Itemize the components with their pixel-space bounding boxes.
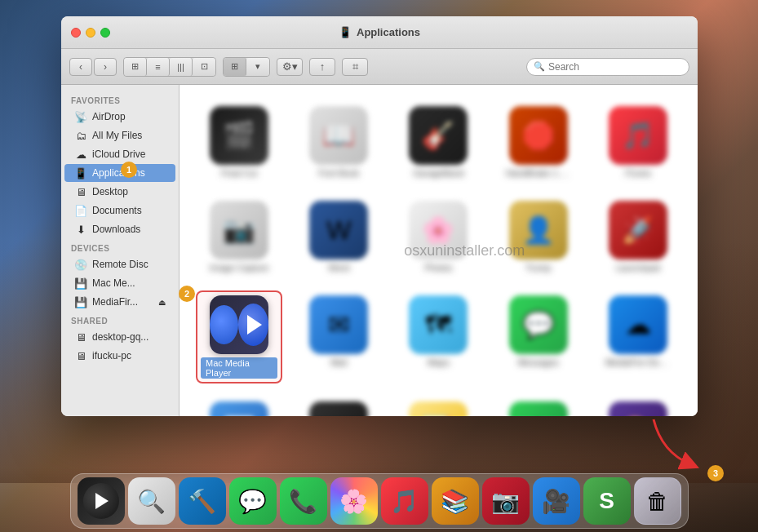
- forward-button[interactable]: ›: [94, 58, 117, 76]
- dock-item-image-capture[interactable]: 🔍: [128, 477, 175, 525]
- file-item-imagecapture[interactable]: 📷 Image Capture: [196, 196, 282, 277]
- file-item-itunes[interactable]: 🎵 iTunes: [595, 101, 681, 183]
- content-area: Favorites 📡 AirDrop 🗂 All My Files ☁ iCl…: [61, 85, 698, 416]
- dock-item-trash[interactable]: 🗑: [634, 477, 681, 525]
- finder-window: 📱 Applications ‹ › ⊞ ≡ ||| ⊡ ⊞ ▾ ⚙▾ ↑ ⌗: [61, 16, 698, 416]
- sidebar-item-icloud-drive[interactable]: ☁ iCloud Drive: [64, 145, 175, 163]
- view-group2: ⊞ ▾: [223, 57, 270, 77]
- file-name-maps: Maps: [428, 357, 450, 367]
- view-cover-button[interactable]: ⊡: [193, 58, 215, 76]
- file-item-finalcut[interactable]: 🎬 Final Cut: [196, 101, 282, 183]
- dock-item-photos[interactable]: 🌸: [330, 477, 378, 525]
- file-item-word[interactable]: W Word: [295, 196, 382, 277]
- step-1-badge: 1: [121, 162, 137, 178]
- file-item-maps[interactable]: 🗺 Maps: [395, 290, 481, 383]
- traffic-lights: [71, 28, 110, 38]
- view-icon-button[interactable]: ⊞: [124, 58, 147, 76]
- sidebar-item-airdrop-label: AirDrop: [92, 111, 126, 122]
- sidebar-item-documents[interactable]: 📄 Documents: [64, 202, 175, 219]
- dock-item-itunes[interactable]: 🎵: [381, 477, 428, 525]
- sidebar-item-desktop[interactable]: 🖥 Desktop: [64, 183, 175, 201]
- view-group-button[interactable]: ⊞: [224, 58, 246, 76]
- file-name-mail: Mail: [330, 357, 347, 367]
- file-item-pixelmator[interactable]: 🎨 Pixelmator: [595, 397, 681, 416]
- search-input[interactable]: [548, 61, 682, 73]
- sidebar: Favorites 📡 AirDrop 🗂 All My Files ☁ iCl…: [61, 85, 180, 416]
- step-2-badge: 2: [179, 286, 195, 302]
- desktop: 📱 Applications ‹ › ⊞ ≡ ||| ⊡ ⊞ ▾ ⚙▾ ↑ ⌗: [0, 0, 758, 532]
- dock-item-quicktime[interactable]: [78, 477, 125, 525]
- dock-item-xcode[interactable]: 🔨: [179, 477, 226, 525]
- title-bar: 📱 Applications: [61, 16, 698, 49]
- close-button[interactable]: [71, 28, 81, 38]
- dock: 🔍 🔨 💬 📞 🌸 🎵 📚 📷: [0, 467, 758, 532]
- maximize-button[interactable]: [100, 28, 110, 38]
- file-name-itunes: iTunes: [625, 168, 652, 178]
- file-item-mail[interactable]: ✉ Mail: [295, 290, 382, 383]
- sidebar-item-applications[interactable]: 📱 Applications: [64, 164, 175, 182]
- share-button[interactable]: ↑: [309, 58, 335, 76]
- sidebar-item-desktop-gq[interactable]: 🖥 desktop-gq...: [64, 328, 175, 346]
- file-item-garageband[interactable]: 🎸 GarageBand: [395, 101, 481, 183]
- sidebar-item-remote-disc[interactable]: 💿 Remote Disc: [64, 255, 175, 273]
- dock-item-messages[interactable]: 💬: [229, 477, 277, 525]
- mac-mem-icon: 💾: [74, 277, 87, 290]
- file-item-fontbook[interactable]: 📖 Font Book: [295, 101, 382, 183]
- dock-item-ibooks[interactable]: 📚: [432, 477, 479, 525]
- file-item-launchpad[interactable]: 🚀 Launchpad: [595, 196, 681, 277]
- sidebar-item-downloads-label: Downloads: [92, 224, 140, 235]
- sidebar-item-documents-label: Documents: [92, 205, 142, 216]
- view-dropdown-button[interactable]: ▾: [246, 58, 269, 76]
- step-3-badge: 3: [707, 465, 724, 481]
- file-item-mac-media-player[interactable]: Mac Media Player: [196, 290, 282, 383]
- dock-item-facetime[interactable]: 📞: [280, 477, 327, 525]
- mediafire-icon: 💾: [74, 295, 87, 308]
- applications-icon: 📱: [74, 166, 87, 180]
- sidebar-item-mac-mem[interactable]: 💾 Mac Me...: [64, 274, 175, 292]
- file-item-osx-uninstaller[interactable]: 🗑 Osx Uninstaller: [495, 397, 582, 416]
- file-name-word: Word: [328, 263, 349, 273]
- sidebar-item-ifucku-pc[interactable]: 🖥 ifucku-pc: [64, 347, 175, 365]
- sidebar-item-all-my-files-label: All My Files: [92, 130, 142, 141]
- eject-icon[interactable]: ⏏: [158, 298, 166, 307]
- sidebar-item-icloud-label: iCloud Drive: [92, 149, 145, 160]
- dock-item-scribus[interactable]: S: [583, 477, 631, 525]
- spring-button[interactable]: ⌗: [342, 58, 368, 76]
- sidebar-item-all-my-files[interactable]: 🗂 All My Files: [64, 126, 175, 144]
- window-title: 📱 Applications: [339, 26, 420, 38]
- sidebar-item-mediafire-label: MediaFir...: [92, 296, 138, 308]
- view-list-button[interactable]: ≡: [147, 58, 170, 76]
- file-item-handbrake[interactable]: 🛑 HandBrake 1.0.0: [495, 101, 582, 183]
- file-area: osxuninstaller.com 🎬 Final Cut 📖: [180, 85, 698, 416]
- sidebar-item-airdrop[interactable]: 📡 AirDrop: [64, 108, 175, 126]
- search-bar[interactable]: 🔍: [526, 58, 689, 76]
- shared-label: Shared: [61, 312, 179, 327]
- file-item-notes[interactable]: 📝 Notes: [395, 397, 481, 416]
- file-item-manager[interactable]: 📊 Manager: [196, 397, 282, 416]
- view-switcher: ⊞ ≡ ||| ⊡: [123, 57, 216, 77]
- dock-inner: 🔍 🔨 💬 📞 🌸 🎵 📚 📷: [70, 473, 689, 529]
- file-item-remote-control[interactable]: 🎮 Remote Control: [295, 397, 382, 416]
- file-item-trump[interactable]: 👤 Trump: [495, 196, 582, 277]
- file-item-messages[interactable]: 💬 Messages: [495, 290, 582, 383]
- file-item-mediafire-desktop[interactable]: ☁ MediaFire Desktop: [595, 290, 681, 383]
- step-2-container: 2: [179, 286, 195, 302]
- desktop-gq-icon: 🖥: [74, 330, 87, 344]
- file-item-photos[interactable]: 🌸 Photos: [395, 196, 481, 277]
- dock-item-zoom[interactable]: 🎥: [533, 477, 580, 525]
- file-name-fontbook: Font Book: [318, 168, 359, 178]
- file-name-garageband: GarageBand: [413, 168, 463, 178]
- ifucku-pc-icon: 🖥: [74, 349, 87, 362]
- mmp-icon: [210, 295, 268, 354]
- sidebar-item-downloads[interactable]: ⬇ Downloads: [64, 220, 175, 238]
- view-column-button[interactable]: |||: [170, 58, 193, 76]
- sidebar-item-ifucku-pc-label: ifucku-pc: [92, 350, 131, 361]
- minimize-button[interactable]: [86, 28, 95, 38]
- dock-item-photobooth[interactable]: 📷: [482, 477, 530, 525]
- documents-icon: 📄: [74, 204, 87, 217]
- actions-button[interactable]: ⚙▾: [277, 58, 303, 76]
- airdrop-icon: 📡: [74, 110, 87, 123]
- sidebar-item-mediafire[interactable]: 💾 MediaFir... ⏏: [64, 293, 175, 311]
- file-grid: 🎬 Final Cut 📖 Font Book 🎸: [189, 95, 688, 416]
- back-button[interactable]: ‹: [69, 58, 92, 76]
